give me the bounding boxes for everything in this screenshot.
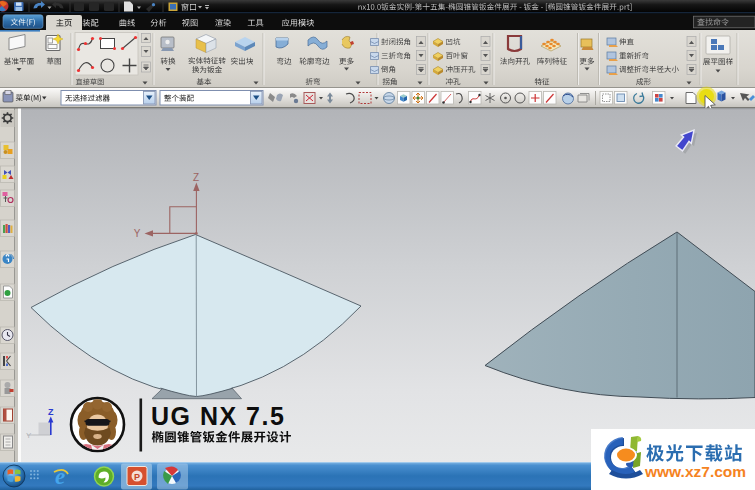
svg-text:e: e (55, 464, 65, 489)
svg-text:Y: Y (134, 228, 141, 239)
svg-text:Y: Y (26, 431, 32, 440)
svg-text:Z: Z (48, 407, 54, 417)
svg-text:UG NX 7.5: UG NX 7.5 (151, 402, 285, 430)
svg-text:P: P (134, 472, 140, 482)
svg-text:www.xz7.com: www.xz7.com (644, 463, 746, 480)
svg-text:Z: Z (193, 172, 199, 183)
